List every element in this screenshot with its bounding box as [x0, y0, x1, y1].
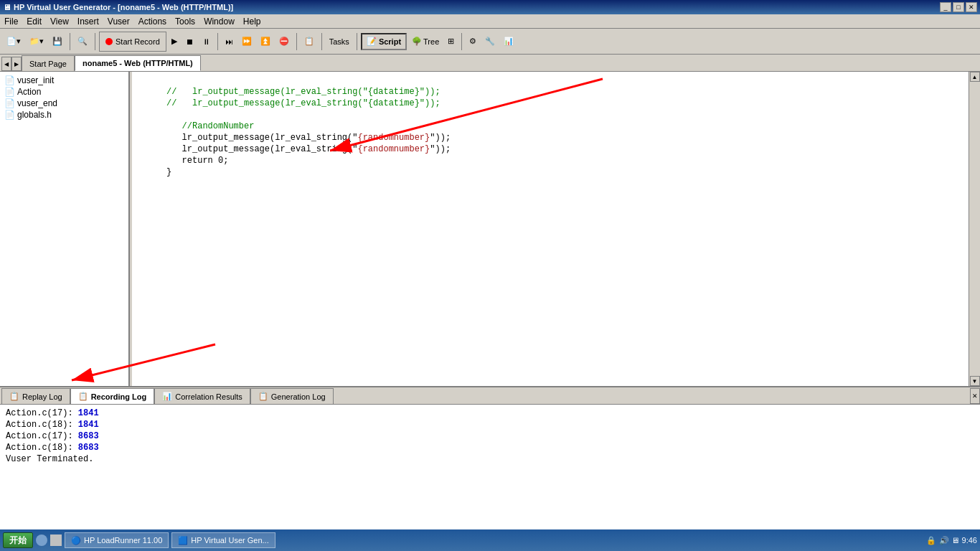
taskbar-vug-label: HP Virtual User Gen... — [191, 536, 268, 545]
vuser-end-label: vuser_end — [17, 98, 57, 108]
break-button[interactable]: ⛔ — [275, 32, 293, 52]
tab-start-page[interactable]: Start Page — [22, 55, 75, 71]
code-editor[interactable]: // lr_output_message(lr_eval_string("{da… — [132, 72, 969, 386]
maximize-button[interactable]: □ — [953, 2, 964, 12]
recording-log-icon: 📋 — [78, 392, 88, 401]
extra-btn-2[interactable]: 🔧 — [481, 32, 499, 52]
tab-bar-top: ◀ ▶ Start Page noname5 - Web (HTTP/HTML) — [0, 55, 980, 72]
tab-generation-log[interactable]: 📋 Generation Log — [250, 388, 334, 404]
save-button[interactable]: 💾 — [49, 32, 66, 52]
tree-item-vuser-init[interactable]: 📄 vuser_init — [3, 75, 126, 86]
tree-item-globals[interactable]: 📄 globals.h — [3, 109, 126, 121]
log-line-5: Vuser Terminated. — [6, 453, 974, 465]
scroll-up-btn[interactable]: ▲ — [970, 72, 980, 82]
toolbar-sep-4 — [296, 33, 297, 50]
new-button[interactable]: 📄▾ — [3, 32, 24, 52]
title-text: HP Virtual User Generator - [noname5 - W… — [14, 3, 233, 11]
log-line-2: Action.c(18): 1841 — [6, 419, 974, 430]
log-content-area: Action.c(17): 1841 Action.c(18): 1841 Ac… — [0, 405, 980, 529]
open-button[interactable]: 📁▾ — [26, 32, 47, 52]
tree-item-vuser-end[interactable]: 📄 vuser_end — [3, 98, 126, 109]
tab-replay-log[interactable]: 📋 Replay Log — [1, 388, 70, 404]
menu-window[interactable]: Window — [199, 14, 239, 28]
tab-nav-right[interactable]: ▶ — [11, 57, 22, 71]
menu-bar: File Edit View Insert Vuser Actions Tool… — [0, 14, 980, 29]
start-record-button[interactable]: Start Record — [99, 32, 166, 52]
minimize-button[interactable]: _ — [940, 2, 951, 12]
tree-label: Tree — [423, 37, 439, 46]
tab-correlation-results[interactable]: 📊 Correlation Results — [154, 388, 250, 404]
replay-log-icon: 📋 — [9, 392, 19, 401]
start-record-label: Start Record — [116, 37, 160, 46]
tab-start-page-label: Start Page — [29, 60, 67, 68]
title-bar-left: 🖥 HP Virtual User Generator - [noname5 -… — [3, 3, 233, 11]
taskbar-vug-icon: 🟦 — [178, 536, 188, 545]
recording-log-label: Recording Log — [91, 392, 147, 401]
menu-actions[interactable]: Actions — [134, 14, 171, 28]
taskbar-ie-icon[interactable] — [50, 534, 62, 546]
taskbar-time: 9:46 — [962, 536, 977, 545]
menu-file[interactable]: File — [0, 14, 22, 28]
log-close-btn[interactable]: ✕ — [970, 388, 980, 404]
tab-noname5[interactable]: noname5 - Web (HTTP/HTML) — [75, 55, 201, 71]
app-icon: 🖥 — [3, 3, 11, 11]
pause-button[interactable]: ⏸ — [199, 32, 214, 52]
globals-label: globals.h — [17, 110, 52, 120]
main-area: 📄 vuser_init 📄 Action 📄 vuser_end 📄 glob… — [0, 72, 980, 386]
tab-nav-left[interactable]: ◀ — [1, 57, 11, 71]
taskbar-browser-icon[interactable] — [36, 534, 47, 546]
toolbar-sep-7 — [461, 33, 462, 50]
editor-scrollbar[interactable]: ▲ ▼ — [969, 72, 980, 386]
copy-button[interactable]: 📋 — [301, 32, 318, 52]
bottom-log-area: 📋 Replay Log 📋 Recording Log 📊 Correlati… — [0, 386, 980, 529]
log-tab-bar: 📋 Replay Log 📋 Recording Log 📊 Correlati… — [0, 387, 980, 405]
tasks-button[interactable]: Tasks — [326, 32, 353, 52]
run-all-button[interactable]: ⏫ — [257, 32, 274, 52]
scroll-down-btn[interactable]: ▼ — [970, 376, 980, 386]
play-button[interactable]: ▶ — [168, 32, 181, 52]
menu-vuser[interactable]: Vuser — [103, 14, 134, 28]
taskbar-loadrunner[interactable]: 🔵 HP LoadRunner 11.00 — [65, 532, 169, 548]
tree-view-button[interactable]: 🌳 Tree — [408, 32, 443, 52]
taskbar-right: 🔒 🔊 🖥 9:46 — [926, 536, 977, 545]
menu-help[interactable]: Help — [239, 14, 265, 28]
toolbar: 📄▾ 📁▾ 💾 🔍 Start Record ▶ ⏹ ⏸ ⏭ ⏩ ⏫ ⛔ 📋 T… — [0, 29, 980, 55]
toolbar-sep-6 — [357, 33, 357, 50]
script-label: Script — [379, 37, 401, 46]
taskbar-tray-icons: 🔒 🔊 🖥 — [926, 536, 958, 545]
step-button[interactable]: ⏭ — [222, 32, 237, 52]
extra-btn-1[interactable]: ⚙ — [466, 32, 480, 52]
extra-btn-3[interactable]: 📊 — [500, 32, 517, 52]
menu-tools[interactable]: Tools — [171, 14, 199, 28]
taskbar-lr-icon: 🔵 — [71, 536, 81, 545]
script-view-button[interactable]: 📝 Script — [361, 33, 407, 50]
action-label: Action — [17, 87, 41, 97]
taskbar-lr-label: HP LoadRunner 11.00 — [84, 536, 162, 545]
vuser-init-icon: 📄 — [4, 75, 15, 85]
start-button[interactable]: 开始 — [3, 532, 33, 548]
toolbar-sep-1 — [70, 33, 70, 50]
tab-recording-log[interactable]: 📋 Recording Log — [70, 388, 155, 404]
tasks-label: Tasks — [329, 37, 349, 46]
stop-button[interactable]: ⏹ — [182, 32, 197, 52]
menu-insert[interactable]: Insert — [73, 14, 103, 28]
menu-view[interactable]: View — [46, 14, 73, 28]
generation-log-icon: 📋 — [258, 392, 268, 401]
run-step-button[interactable]: ⏩ — [238, 32, 255, 52]
file-tree-panel: 📄 vuser_init 📄 Action 📄 vuser_end 📄 glob… — [0, 72, 129, 386]
split-view-button[interactable]: ⊞ — [444, 32, 458, 52]
taskbar-vug[interactable]: 🟦 HP Virtual User Gen... — [171, 532, 275, 548]
script-icon: 📝 — [367, 37, 377, 46]
search-button[interactable]: 🔍 — [74, 32, 91, 52]
start-label: 开始 — [9, 534, 27, 547]
generation-log-label: Generation Log — [271, 392, 326, 401]
correlation-icon: 📊 — [162, 392, 172, 401]
toolbar-sep-5 — [321, 33, 322, 50]
tree-icon: 🌳 — [412, 37, 422, 46]
toolbar-sep-3 — [217, 33, 218, 50]
menu-edit[interactable]: Edit — [22, 14, 46, 28]
vuser-init-label: vuser_init — [17, 75, 54, 85]
close-button[interactable]: ✕ — [966, 2, 977, 12]
log-line-4: Action.c(18): 8683 — [6, 442, 974, 453]
tree-item-action[interactable]: 📄 Action — [3, 86, 126, 98]
